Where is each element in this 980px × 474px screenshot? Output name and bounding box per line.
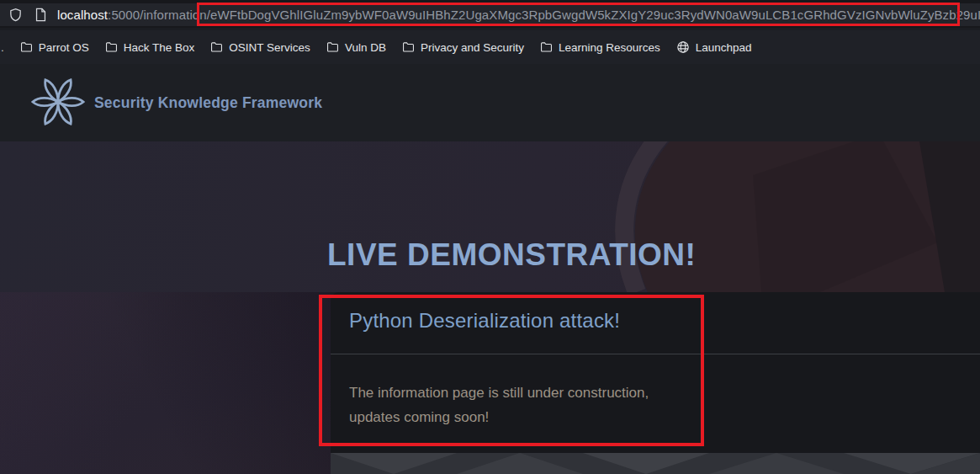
bookmark-truncated[interactable]: . [1, 41, 4, 54]
shield-icon[interactable] [8, 8, 23, 23]
flower-logo[interactable] [30, 71, 86, 136]
hero-section: LIVE DEMONSTRATION! [0, 141, 980, 292]
bookmark-label: Vuln DB [345, 41, 386, 54]
page-icon[interactable] [34, 8, 47, 23]
browser-window: localhost:5000/information/eWFtbDogVGhlI… [0, 0, 980, 474]
folder-icon [402, 41, 415, 53]
bookmark-parrot-os[interactable]: Parrot OS [20, 41, 89, 54]
site-header: Security Knowledge Framework [0, 64, 980, 141]
bookmark-label: OSINT Services [229, 41, 310, 54]
bookmark-hack-the-box[interactable]: Hack The Box [105, 41, 195, 54]
url-path: :5000/information/ [108, 8, 210, 22]
folder-icon [540, 41, 553, 53]
brand-title[interactable]: Security Knowledge Framework [94, 94, 322, 112]
bookmark-label: Launchpad [696, 41, 752, 54]
background-pattern-left [0, 292, 331, 474]
footer-pattern [331, 453, 980, 474]
folder-icon [210, 41, 223, 53]
bookmark-privacy-and-security[interactable]: Privacy and Security [402, 41, 524, 54]
bookmarks-bar: . Parrot OS Hack The Box OSINT Services … [0, 30, 980, 64]
globe-icon [676, 40, 690, 54]
bookmark-vuln-db[interactable]: Vuln DB [326, 41, 386, 54]
bookmark-learning-resources[interactable]: Learning Resources [540, 41, 660, 54]
hero-heading: LIVE DEMONSTRATION! [327, 237, 696, 273]
bookmark-label: Parrot OS [39, 41, 89, 54]
bookmark-label: Learning Resources [559, 41, 660, 54]
bookmark-launchpad[interactable]: Launchpad [676, 40, 752, 54]
bookmark-osint-services[interactable]: OSINT Services [210, 41, 310, 54]
annotation-card-highlight [319, 295, 704, 446]
bookmark-label: Privacy and Security [421, 41, 524, 54]
folder-icon [326, 41, 339, 53]
folder-icon [105, 41, 118, 53]
annotation-url-highlight [197, 3, 960, 26]
folder-icon [20, 41, 33, 53]
url-host: localhost [57, 8, 108, 22]
bookmark-label: Hack The Box [124, 41, 195, 54]
